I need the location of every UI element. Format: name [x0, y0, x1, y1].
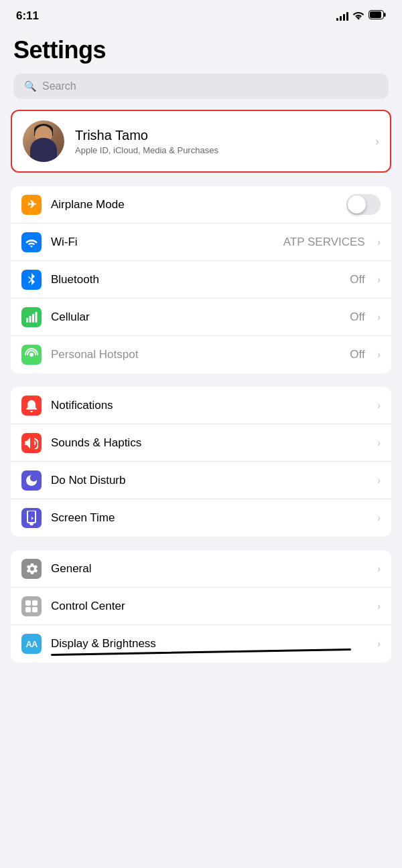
- page-title: Settings: [13, 36, 389, 64]
- search-bar[interactable]: 🔍 Search: [13, 74, 389, 99]
- svg-point-8: [29, 353, 34, 357]
- profile-row[interactable]: Trisha Tamo Apple ID, iCloud, Media & Pu…: [12, 111, 390, 171]
- control-center-chevron: ›: [377, 600, 381, 612]
- svg-rect-2: [384, 13, 386, 17]
- control-center-label: Control Center: [51, 600, 368, 613]
- search-icon: 🔍: [24, 80, 37, 92]
- system-group: General › Control Center › AA Display & …: [11, 550, 391, 663]
- svg-rect-15: [32, 607, 38, 612]
- dnd-icon: [21, 470, 42, 491]
- hotspot-row[interactable]: Personal Hotspot Off ›: [11, 336, 391, 373]
- wifi-icon: [352, 10, 364, 22]
- hotspot-chevron: ›: [377, 349, 381, 361]
- status-icons: [336, 10, 386, 22]
- general-chevron: ›: [377, 563, 381, 575]
- profile-name: Trisha Tamo: [75, 128, 364, 143]
- general-label: General: [51, 562, 368, 576]
- sounds-label: Sounds & Haptics: [51, 436, 368, 450]
- profile-chevron: ›: [375, 135, 379, 149]
- svg-rect-12: [25, 600, 31, 606]
- profile-section[interactable]: Trisha Tamo Apple ID, iCloud, Media & Pu…: [11, 110, 391, 173]
- svg-rect-14: [25, 607, 31, 612]
- cellular-icon: [21, 307, 42, 327]
- header: Settings: [0, 28, 402, 70]
- control-center-row[interactable]: Control Center ›: [11, 588, 391, 625]
- wifi-value: ATP SERVICES: [283, 236, 365, 249]
- svg-rect-6: [32, 314, 34, 323]
- search-container: 🔍 Search: [0, 70, 402, 110]
- wifi-settings-icon: [21, 232, 42, 252]
- profile-subtitle: Apple ID, iCloud, Media & Purchases: [75, 145, 364, 155]
- hotspot-label: Personal Hotspot: [51, 348, 340, 361]
- cellular-label: Cellular: [51, 311, 340, 324]
- bluetooth-chevron: ›: [377, 274, 381, 286]
- screen-time-label: Screen Time: [51, 511, 368, 525]
- connectivity-group: ✈ Airplane Mode Wi-Fi ATP SERVICES › Blu…: [11, 186, 391, 373]
- svg-rect-13: [32, 600, 38, 606]
- status-bar: 6:11: [0, 0, 402, 28]
- general-icon: [21, 559, 42, 579]
- bluetooth-label: Bluetooth: [51, 273, 340, 286]
- search-placeholder: Search: [42, 80, 76, 92]
- notifications-icon: [21, 396, 42, 416]
- wifi-row[interactable]: Wi-Fi ATP SERVICES ›: [11, 224, 391, 261]
- general-row[interactable]: General ›: [11, 550, 391, 588]
- hotspot-value: Off: [350, 348, 364, 361]
- notifications-chevron: ›: [377, 400, 381, 412]
- svg-rect-4: [26, 318, 28, 323]
- bluetooth-icon: [21, 270, 42, 290]
- wifi-chevron: ›: [377, 236, 381, 248]
- display-row[interactable]: AA Display & Brightness ›: [11, 625, 391, 663]
- cellular-value: Off: [350, 311, 364, 324]
- bluetooth-value: Off: [350, 273, 364, 286]
- dnd-chevron: ›: [377, 474, 381, 487]
- bluetooth-row[interactable]: Bluetooth Off ›: [11, 261, 391, 298]
- notifications-label: Notifications: [51, 399, 368, 412]
- dnd-label: Do Not Disturb: [51, 474, 368, 487]
- control-center-icon: [21, 596, 42, 616]
- screen-time-chevron: ›: [377, 512, 381, 524]
- status-time: 6:11: [16, 9, 39, 23]
- sounds-chevron: ›: [377, 437, 381, 449]
- cellular-row[interactable]: Cellular Off ›: [11, 298, 391, 336]
- profile-info: Trisha Tamo Apple ID, iCloud, Media & Pu…: [75, 128, 364, 155]
- screen-time-row[interactable]: Screen Time ›: [11, 499, 391, 537]
- dnd-row[interactable]: Do Not Disturb ›: [11, 462, 391, 499]
- avatar: [23, 120, 64, 162]
- svg-rect-10: [29, 523, 34, 525]
- display-chevron: ›: [377, 638, 381, 650]
- wifi-label: Wi-Fi: [51, 236, 274, 249]
- airplane-mode-label: Airplane Mode: [51, 198, 337, 211]
- sounds-row[interactable]: Sounds & Haptics ›: [11, 424, 391, 462]
- airplane-mode-row[interactable]: ✈ Airplane Mode: [11, 186, 391, 224]
- svg-rect-3: [370, 11, 381, 18]
- display-icon: AA: [21, 634, 42, 654]
- notifications-row[interactable]: Notifications ›: [11, 387, 391, 424]
- svg-rect-5: [29, 316, 31, 323]
- svg-rect-7: [36, 312, 38, 323]
- battery-icon: [368, 10, 386, 22]
- airplane-mode-toggle[interactable]: [346, 194, 381, 215]
- cellular-chevron: ›: [377, 311, 381, 323]
- airplane-mode-icon: ✈: [21, 195, 42, 215]
- screen-time-icon: [21, 508, 42, 528]
- notifications-group: Notifications › Sounds & Haptics › Do No…: [11, 387, 391, 537]
- svg-rect-11: [30, 525, 33, 525]
- sounds-icon: [21, 433, 42, 453]
- hotspot-icon: [21, 345, 42, 365]
- signal-icon: [336, 11, 348, 21]
